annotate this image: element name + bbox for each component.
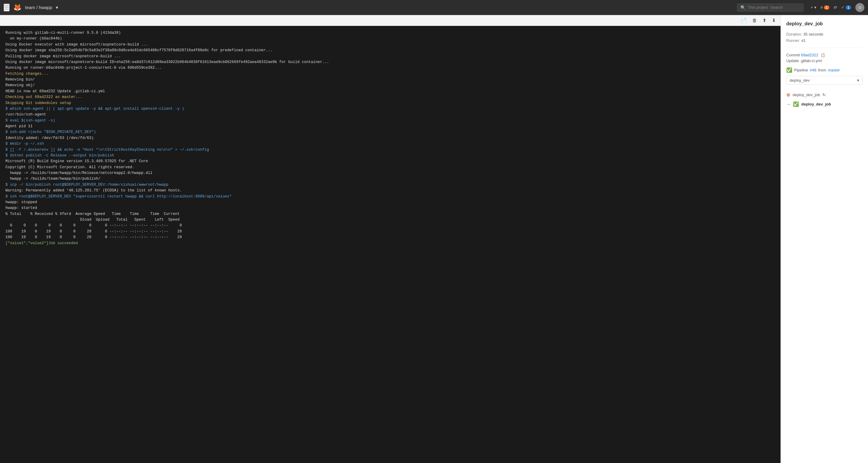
issues-icon: #	[820, 5, 823, 10]
terminal-line: $ [[ -f /.dockerenv ]] && echo -e "Host …	[5, 147, 775, 153]
terminal-line: 100 19 0 19 0 0 28 0 --:--:-- --:--:-- -…	[5, 229, 775, 234]
pipeline-info: ✅ Pipeline #48 from master	[786, 67, 863, 73]
sidebar-meta: Duration: 35 seconds Runner: #1	[786, 32, 863, 43]
job-success-name: deploy_dev_job	[801, 102, 831, 106]
runner-label: Runner:	[786, 38, 800, 43]
terminal-line: hwapp: started	[5, 205, 775, 211]
terminal-line: Warning: Permanently added '40.125.201.7…	[5, 188, 775, 194]
todo-badge: 1	[846, 5, 851, 10]
merge-requests-button[interactable]: ⇄	[834, 5, 837, 10]
duration-row: Duration: 35 seconds	[786, 32, 863, 36]
terminal-line: $ ssh root@$DEPLOY_SERVER_DEV "superviso…	[5, 194, 775, 200]
search-box[interactable]: 🔍	[737, 4, 803, 11]
plus-caret: ▾	[814, 5, 816, 10]
terminal-line: Using Docker executor with image microso…	[5, 42, 775, 47]
avatar[interactable]: U	[855, 3, 864, 12]
check-icon: ✓	[841, 5, 844, 10]
terminal-line: 0 0 0 0 0 0 0 0 --:--:-- --:--:-- --:--:…	[5, 223, 775, 229]
terminal-line: hwapp -> /builds/team/hwapp/bin/Release/…	[5, 170, 775, 176]
divider-1	[786, 47, 863, 48]
pipeline-branch-link[interactable]: master	[828, 68, 840, 72]
todo-button[interactable]: ✓ 1	[841, 5, 851, 10]
job-failed-name: deploy_dev_job	[793, 93, 820, 97]
job-item-success: → ✅ deploy_dev_job	[786, 99, 863, 109]
pipeline-label: Pipeline	[794, 68, 808, 72]
terminal-line: 100 19 0 19 0 0 28 0 --:--:-- --:--:-- -…	[5, 234, 775, 240]
terminal-line: Using docker image sha256:5c2a054b79c5a8…	[5, 47, 775, 53]
terminal-line: Removing obj/	[5, 82, 775, 88]
terminal-line: HEAD is now at 69ad232 Update .gitlab-ci…	[5, 89, 775, 94]
terminal-line: Checking out 69ad2322 as master...	[5, 94, 775, 100]
terminal-line: hwapp: stopped	[5, 200, 775, 205]
terminal-line: Using docker image microsoft/aspnetcore-…	[5, 59, 775, 65]
main-layout: 📄 🗑 ⬆ ⬇ Running with gitlab-ci-multi-run…	[0, 15, 868, 463]
terminal-output: Running with gitlab-ci-multi-runner 9.5.…	[0, 26, 780, 463]
stage-name: deploy_dev	[789, 78, 810, 82]
scroll-top-button[interactable]: ⬆	[761, 17, 768, 24]
breadcrumb: team / hwapp	[25, 5, 52, 10]
terminal-line: ["value1","value2"]Job succeeded	[5, 240, 775, 246]
terminal-line: $ ssh-add <(echo "$SSH_PRIVATE_KEY_DEV")	[5, 129, 775, 135]
retry-icon[interactable]: ↻	[823, 93, 826, 97]
terminal-line: Identity added: /dev/fd/63 (/dev/fd/63)	[5, 135, 775, 141]
new-item-button[interactable]: + ▾	[811, 5, 816, 10]
breadcrumb-caret[interactable]: ▾	[56, 5, 58, 10]
terminal-line: % Total % Received % Xferd Average Speed…	[5, 211, 775, 217]
terminal-line: $ dotnet publish -c Release --output bin…	[5, 153, 775, 159]
commit-message: Update .gitlab-ci.yml	[786, 59, 863, 63]
runner-row: Runner: #1	[786, 38, 863, 43]
copy-commit-icon[interactable]: 📋	[820, 53, 825, 57]
terminal-line: Fetching changes...	[5, 71, 775, 77]
job-title: deploy_dev_job	[786, 21, 863, 27]
terminal-line: hwapp -> /builds/team/hwapp/bin/publish/	[5, 176, 775, 182]
stage-select[interactable]: deploy_dev ▾	[786, 76, 863, 85]
hamburger-menu-button[interactable]: ☰	[4, 4, 10, 11]
navbar-actions: + ▾ # 1 ⇄ ✓ 1 U	[811, 3, 864, 12]
job-success-icon: ✅	[793, 101, 799, 107]
commit-label: Commit	[786, 53, 800, 57]
terminal-line: Running with gitlab-ci-multi-runner 9.5.…	[5, 30, 775, 36]
plus-icon: +	[811, 5, 813, 10]
terminal-line: Dload Upload Total Spent Left Speed	[5, 217, 775, 223]
terminal-line: $ eval $(ssh-agent -s)	[5, 118, 775, 124]
terminal-line: Removing bin/	[5, 77, 775, 82]
duration-value: 35 seconds	[803, 32, 824, 36]
pipeline-number-link[interactable]: #48	[810, 68, 816, 72]
terminal-line: Skipping Git submodules setup	[5, 100, 775, 106]
terminal-line: Running on runner-b6ac044b-project-1-con…	[5, 65, 775, 71]
merge-request-icon: ⇄	[834, 5, 837, 10]
current-job-arrow: →	[786, 102, 790, 107]
issues-badge: 1	[824, 5, 829, 10]
terminal-line: Agent pid 11	[5, 124, 775, 129]
stage-caret-icon: ▾	[857, 78, 859, 82]
navbar: ☰ 🦊 team / hwapp ▾ 🔍 + ▾ # 1 ⇄ ✓ 1 U	[0, 0, 868, 15]
sidebar: deploy_dev_job Duration: 35 seconds Runn…	[780, 15, 868, 463]
terminal-line: $ scp -r bin/publish root@$DEPLOY_SERVER…	[5, 182, 775, 188]
terminal-line: /usr/bin/ssh-agent	[5, 112, 775, 118]
pipeline-status-icon: ✅	[786, 67, 792, 73]
jobs-list: ⊗ deploy_dev_job ↻ → ✅ deploy_dev_job	[786, 90, 863, 109]
raw-log-button[interactable]: 📄	[740, 17, 748, 24]
search-input[interactable]	[748, 5, 796, 10]
terminal-line: Microsoft (R) Build Engine version 15.3.…	[5, 159, 775, 164]
job-item-failed: ⊗ deploy_dev_job ↻	[786, 90, 863, 99]
search-icon: 🔍	[740, 5, 746, 10]
gitlab-logo: 🦊	[13, 4, 22, 11]
terminal-line: $ which ssh-agent || ( apt-get update -y…	[5, 106, 775, 112]
issues-button[interactable]: # 1	[820, 5, 829, 10]
terminal-line: Copyright (C) Microsoft Corporation. All…	[5, 165, 775, 170]
commit-row: Commit 69ad2322 📋	[786, 53, 863, 57]
terminal-area: 📄 🗑 ⬆ ⬇ Running with gitlab-ci-multi-run…	[0, 15, 780, 463]
runner-value: #1	[801, 38, 806, 43]
commit-hash-link[interactable]: 69ad2322	[801, 53, 818, 57]
erase-log-button[interactable]: 🗑	[751, 17, 758, 24]
job-failed-icon: ⊗	[786, 92, 790, 98]
terminal-line: $ mkdir -p ~/.ssh	[5, 141, 775, 147]
terminal-line: on my-runner (b6ac044b)	[5, 36, 775, 42]
scroll-bottom-button[interactable]: ⬇	[771, 17, 777, 24]
duration-label: Duration:	[786, 32, 802, 36]
terminal-line: Pulling docker image microsoft/aspnetcor…	[5, 54, 775, 59]
pipeline-from-label: from	[818, 68, 826, 72]
terminal-toolbar: 📄 🗑 ⬆ ⬇	[0, 15, 780, 26]
